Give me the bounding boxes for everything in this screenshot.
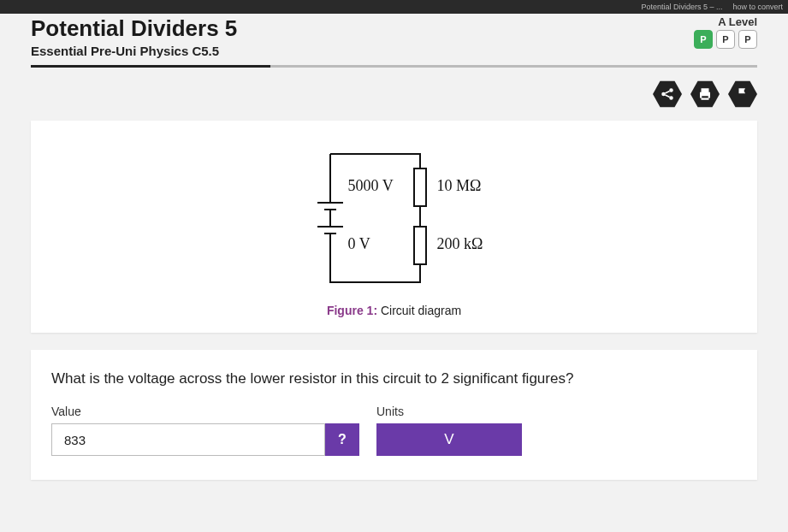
level-indicator: A Level P P P [694, 15, 757, 49]
circuit-diagram: 5000 V 0 V 10 MΩ 200 kΩ [283, 141, 506, 295]
header-divider [31, 65, 757, 68]
page-title: Potential Dividers 5 [31, 15, 237, 42]
level-label: A Level [694, 15, 757, 28]
svg-point-2 [669, 96, 673, 100]
stage-badge[interactable]: P [694, 30, 713, 49]
voltage-low-label: 0 V [348, 235, 370, 253]
flag-button[interactable] [728, 80, 757, 109]
resistor-bottom-label: 200 kΩ [437, 235, 483, 253]
question-panel: What is the voltage across the lower res… [31, 350, 757, 480]
page-header: Potential Dividers 5 Essential Pre-Uni P… [31, 14, 757, 58]
figure-number: Figure 1: [327, 304, 377, 317]
browser-tab[interactable]: how to convert [732, 3, 783, 11]
page-content: Potential Dividers 5 Essential Pre-Uni P… [0, 14, 788, 532]
browser-tab[interactable]: Potential Dividers 5 – ... [641, 3, 722, 11]
figure-caption: Figure 1: Circuit diagram [41, 304, 747, 317]
svg-rect-10 [414, 168, 426, 206]
voltage-high-label: 5000 V [348, 177, 394, 195]
page-subtitle: Essential Pre-Uni Physics C5.5 [31, 44, 237, 58]
value-label: Value [51, 405, 359, 418]
svg-rect-11 [414, 227, 426, 264]
browser-tab-strip: Potential Dividers 5 – ... how to conver… [0, 0, 788, 14]
units-select[interactable]: V [376, 423, 522, 456]
svg-point-1 [669, 88, 673, 92]
stage-badge[interactable]: P [716, 30, 735, 49]
question-text: What is the voltage across the lower res… [51, 370, 737, 387]
resistor-top-label: 10 MΩ [437, 177, 482, 195]
share-button[interactable] [653, 80, 682, 109]
share-icon [660, 86, 675, 102]
figure-panel: 5000 V 0 V 10 MΩ 200 kΩ Figure 1: Circui… [31, 121, 757, 333]
value-input[interactable] [51, 423, 325, 456]
help-button[interactable]: ? [325, 423, 359, 456]
action-toolbar [31, 80, 757, 109]
flag-icon [735, 86, 750, 102]
svg-point-0 [661, 92, 666, 97]
print-button[interactable] [690, 80, 720, 109]
stage-badge[interactable]: P [738, 30, 757, 49]
figure-caption-text: Circuit diagram [377, 304, 461, 317]
printer-icon [697, 86, 713, 102]
units-label: Units [376, 405, 522, 418]
